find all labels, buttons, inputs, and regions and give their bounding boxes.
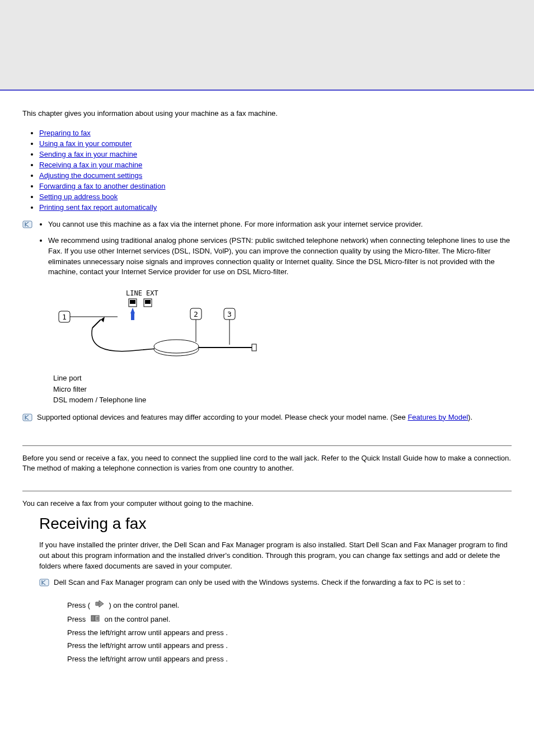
toc-link-sending[interactable]: Sending a fax in your machine: [39, 150, 137, 158]
toc-link-adjusting[interactable]: Adjusting the document settings: [39, 171, 142, 180]
section-using-computer-intro: You can receive a fax from your computer…: [22, 499, 512, 509]
svg-rect-0: [23, 221, 32, 228]
step-1: Press ( ) on the control panel.: [67, 599, 512, 612]
legend-micro-filter: Micro filter: [53, 384, 512, 395]
svg-marker-10: [101, 317, 105, 322]
legend-dsl-modem: DSL modem / Telephone line: [53, 395, 512, 406]
note-features-by-model: Supported optional devices and features …: [37, 412, 472, 423]
menu-icon: [90, 613, 100, 626]
toc-link-printreport[interactable]: Printing sent fax report automatically: [39, 203, 157, 212]
step-3: Press the left/right arrow until appears…: [67, 626, 512, 639]
section-preparing-text: Before you send or receive a fax, you ne…: [22, 453, 512, 475]
svg-text:3: 3: [227, 310, 232, 318]
line-diagram: LINE EXT 1 2 3: [53, 289, 512, 367]
toc-link-using-computer[interactable]: Using a fax in your computer: [39, 139, 132, 148]
svg-rect-9: [131, 313, 134, 320]
note-block-3: Dell Scan and Fax Manager program can on…: [39, 577, 512, 594]
svg-point-12: [154, 340, 199, 353]
note-micro-filter: We recommend using traditional analog ph…: [48, 236, 512, 278]
main-content: This chapter gives you information about…: [0, 91, 534, 688]
section-divider: [22, 491, 512, 491]
toc-link-forwarding[interactable]: Forwarding a fax to another destination: [39, 182, 165, 190]
steps-list: Press ( ) on the control panel. Press: [67, 599, 512, 665]
svg-rect-20: [252, 344, 256, 351]
table-of-contents: Preparing to fax Using a fax in your com…: [22, 129, 512, 212]
note-block-1: You cannot use this machine as a fax via…: [22, 219, 512, 283]
note-icon: [39, 579, 49, 586]
note-list-1: You cannot use this machine as a fax via…: [37, 219, 512, 283]
diagram-legend: Line port Micro filter DSL modem / Telep…: [53, 373, 512, 406]
toc-link-addressbook[interactable]: Setting up address book: [39, 192, 118, 201]
note-icon: [22, 414, 32, 421]
svg-rect-21: [23, 414, 32, 421]
receiving-fax-paragraph: If you have installed the printer driver…: [39, 540, 512, 572]
note-block-2: Supported optional devices and features …: [22, 412, 512, 429]
note-internet-phone: You cannot use this machine as a fax via…: [48, 219, 512, 230]
step-2: Press on the control panel.: [67, 613, 512, 626]
fax-icon: [95, 599, 105, 612]
svg-rect-2: [130, 300, 135, 304]
link-features-by-model[interactable]: Features by Model: [407, 413, 468, 421]
step-4: Press the left/right arrow until appears…: [67, 639, 512, 652]
svg-rect-23: [91, 616, 95, 621]
header-bar: [0, 0, 534, 91]
note-icon: [22, 220, 32, 228]
svg-rect-4: [145, 300, 151, 304]
toc-link-receiving[interactable]: Receiving a fax in your machine: [39, 161, 142, 169]
section-divider: [22, 445, 512, 446]
chapter-intro: This chapter gives you information about…: [22, 109, 512, 118]
legend-line-port: Line port: [53, 373, 512, 384]
svg-marker-8: [130, 308, 135, 313]
label-line-ext: LINE EXT: [126, 289, 158, 297]
svg-text:2: 2: [194, 310, 198, 318]
svg-text:1: 1: [62, 313, 67, 321]
step-5: Press the left/right arrow until appears…: [67, 652, 512, 665]
heading-receiving-a-fax: Receiving a fax: [39, 515, 512, 533]
svg-rect-22: [40, 579, 49, 586]
toc-link-preparing[interactable]: Preparing to fax: [39, 129, 91, 137]
note-windows-only: Dell Scan and Fax Manager program can on…: [54, 577, 465, 588]
